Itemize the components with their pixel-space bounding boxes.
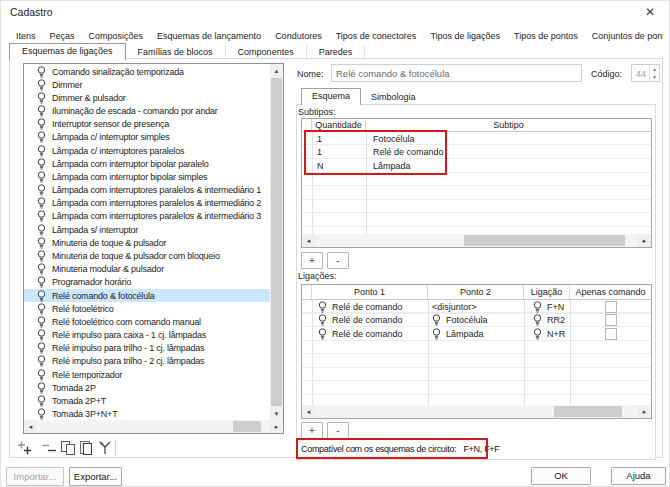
subtipos-row[interactable]: 1 Relé de comando (302, 146, 651, 160)
merge-icon[interactable] (97, 440, 114, 456)
scroll-right-icon[interactable]: ► (638, 405, 651, 418)
lightbulb-icon (37, 118, 46, 130)
tree-item[interactable]: Minuteria de toque & pulsador (24, 236, 270, 249)
main-tab[interactable]: Condutores (268, 29, 329, 43)
secondary-tab[interactable]: Paredes (307, 45, 366, 60)
tree-item-label: Dimmer & pulsador (52, 93, 126, 103)
ponto1-text: Relé de comando (332, 329, 403, 339)
main-tab[interactable]: Tipos de conectores (329, 29, 424, 43)
tree-item[interactable]: Lâmpada com interruptor bipolar paralelo (24, 157, 270, 170)
ligacoes-row[interactable]: Relé de comando Lâmpada N+R (302, 327, 651, 341)
secondary-tab[interactable]: Famílias de blocos (126, 45, 226, 60)
code-spinner[interactable]: 44 ▲ ▼ (631, 64, 660, 82)
tree-item[interactable]: Relé fotoelétrico com comando manual (24, 315, 270, 328)
tree-item[interactable]: Dimmer (24, 78, 270, 91)
scroll-right-icon[interactable]: ► (638, 234, 651, 247)
tree-item[interactable]: Lâmpada c/ interruptores paralelos (24, 144, 270, 157)
subtipos-table: Quantidade Subtipo 1 Fotocélula 1 Relé d… (301, 118, 652, 248)
subtipos-add-button[interactable]: + (301, 252, 323, 269)
tree-item[interactable]: Minuteria modular & pulsador (24, 263, 270, 276)
ligacoes-horizontal-scrollbar[interactable]: ◄ ► (302, 405, 651, 418)
tree-item[interactable]: Comando sinalização temporizada (24, 65, 270, 78)
ligacoes-remove-button[interactable]: - (327, 422, 349, 439)
tree-item-label: Lâmpada c/ interruptor simples (52, 132, 170, 142)
tree-item[interactable]: Relé temporizador (24, 368, 270, 381)
subtipos-row[interactable]: N Lâmpada (302, 159, 651, 173)
main-tab[interactable]: Esquemas de lançamento (150, 29, 268, 43)
ligacoes-hscroll-thumb[interactable] (554, 406, 622, 417)
tree-item[interactable]: Lâmpada com interruptores paralelos & in… (24, 197, 270, 210)
tree-item[interactable]: Minuteria de toque & pulsador com bloque… (24, 249, 270, 262)
tree-item[interactable]: Relé impulso para trilho - 2 cj. lâmpada… (24, 355, 270, 368)
scroll-up-icon[interactable]: ▲ (270, 64, 283, 77)
spin-down-icon[interactable]: ▼ (650, 73, 659, 81)
tree-vertical-scrollbar[interactable]: ▲ ▼ (270, 64, 283, 420)
main-tab[interactable]: Conjuntos de pontos (585, 29, 663, 43)
ok-button[interactable]: OK (531, 467, 591, 485)
tree-horizontal-scrollbar[interactable]: ◄ ► (24, 420, 283, 433)
tree-vscroll-thumb[interactable] (271, 78, 282, 406)
ligacoes-row[interactable]: Relé de comando <disjuntor> F+N (302, 300, 651, 314)
tree-item[interactable]: Relé impulso para caixa - 1 cj. lâmpadas (24, 328, 270, 341)
add-icon[interactable] (17, 440, 34, 456)
tree-item[interactable]: Relé fotoelétrico (24, 302, 270, 315)
tree-item[interactable]: Tomada 2P+T (24, 394, 270, 407)
close-icon[interactable]: ✕ (645, 5, 655, 19)
export-button[interactable]: Exportar... (69, 467, 122, 486)
tree-item[interactable]: Lâmpada com interruptores paralelos & in… (24, 210, 270, 223)
import-button[interactable]: Importar... (6, 467, 64, 486)
lightbulb-icon (533, 301, 542, 313)
paste-icon[interactable] (78, 440, 95, 456)
remove-icon[interactable] (41, 440, 58, 456)
ligacoes-hscroll-track[interactable] (315, 405, 638, 418)
main-tab[interactable]: Tipos de ligações (423, 29, 507, 43)
help-button[interactable]: Ajuda (611, 467, 666, 485)
scroll-left-icon[interactable]: ◄ (302, 234, 315, 247)
tree-item[interactable]: Lâmpada c/ interruptor simples (24, 131, 270, 144)
tree-item[interactable]: Interruptor sensor de presença (24, 118, 270, 131)
tree-item[interactable]: Tomada 3P+N+T (24, 407, 270, 420)
tree-item[interactable]: Programador horário (24, 276, 270, 289)
subtipos-remove-button[interactable]: - (327, 252, 349, 269)
main-tab[interactable]: Itens (9, 29, 43, 43)
main-tab[interactable]: Tipos de pontos (507, 29, 585, 43)
tree-item[interactable]: Lâmpada com interruptor bipolar simples (24, 170, 270, 183)
apenas-comando-checkbox[interactable] (605, 301, 617, 313)
main-tab[interactable]: Composições (82, 29, 151, 43)
secondary-tab[interactable]: Componentes (226, 45, 307, 60)
tree-item[interactable]: Tomada 2P (24, 381, 270, 394)
tree-item-label: Minuteria modular & pulsador (52, 264, 164, 274)
detail-tab[interactable]: Simbologia (361, 90, 426, 105)
subtipos-row[interactable]: 1 Fotocélula (302, 132, 651, 146)
spin-up-icon[interactable]: ▲ (650, 65, 659, 73)
spinner-arrows[interactable]: ▲ ▼ (649, 65, 659, 81)
lightbulb-icon (318, 314, 327, 326)
ligacoes-add-button[interactable]: + (301, 422, 323, 439)
tree-hscroll-track[interactable] (37, 420, 270, 433)
name-input[interactable] (331, 64, 582, 82)
scroll-down-icon[interactable]: ▼ (270, 407, 283, 420)
scroll-left-icon[interactable]: ◄ (24, 420, 37, 433)
tree-hscroll-thumb[interactable] (233, 421, 261, 432)
scroll-right-icon[interactable]: ► (270, 420, 283, 433)
subtipos-horizontal-scrollbar[interactable]: ◄ ► (302, 234, 651, 247)
tree-item-label: Lâmpada com interruptores paralelos & in… (52, 185, 261, 195)
tree-item[interactable]: Relé comando & fotocélula (24, 289, 270, 302)
tree-item[interactable]: Dimmer & pulsador (24, 91, 270, 104)
tree-item[interactable]: Iluminação de escada - comando por andar (24, 105, 270, 118)
secondary-tab[interactable]: Esquemas de ligações (9, 43, 126, 60)
detail-tab-row: EsquemaSimbologia (301, 88, 426, 105)
detail-tab[interactable]: Esquema (301, 88, 361, 105)
main-tab[interactable]: Peças (43, 29, 82, 43)
apenas-comando-checkbox[interactable] (605, 314, 617, 326)
subtipos-hscroll-track[interactable] (315, 234, 638, 247)
scroll-left-icon[interactable]: ◄ (302, 405, 315, 418)
tree-item[interactable]: Lâmpada s/ interruptor (24, 223, 270, 236)
copy-icon[interactable] (60, 440, 77, 456)
tree-item[interactable]: Lâmpada com interruptores paralelos & in… (24, 184, 270, 197)
ligacoes-row[interactable]: Relé de comando Fotocélula RR2 (302, 314, 651, 328)
subtipos-hscroll-thumb[interactable] (464, 235, 626, 246)
apenas-comando-checkbox[interactable] (605, 328, 617, 340)
tree-item[interactable]: Relé impulso para trilho - 1 cj. lâmpada… (24, 342, 270, 355)
ligacoes-table: Ponto 1 Ponto 2 Ligação Apenas comando R… (301, 284, 652, 419)
